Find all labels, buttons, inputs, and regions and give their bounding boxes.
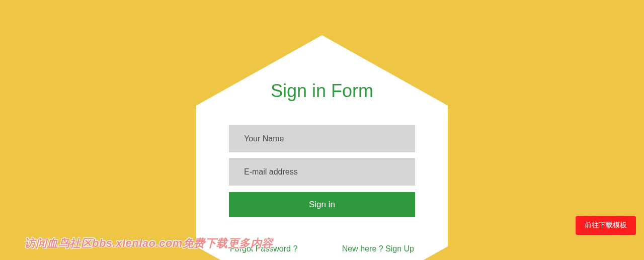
name-input[interactable] xyxy=(229,125,415,152)
signup-link[interactable]: New here ? Sign Up xyxy=(342,244,414,253)
hexagon-shape: Sign in Form Sign in Forgot Password ? N… xyxy=(196,35,448,260)
form-title: Sign in Form xyxy=(229,80,415,102)
signin-card: Sign in Form Sign in Forgot Password ? N… xyxy=(196,35,448,260)
form-content: Sign in Form Sign in Forgot Password ? N… xyxy=(229,80,415,253)
download-template-button[interactable]: 前往下载模板 xyxy=(576,216,636,235)
email-input[interactable] xyxy=(229,158,415,186)
signin-button[interactable]: Sign in xyxy=(229,192,415,217)
watermark-text: 访问血鸟社区bbs.xIenIao.com免费下载更多内容 xyxy=(24,236,273,251)
